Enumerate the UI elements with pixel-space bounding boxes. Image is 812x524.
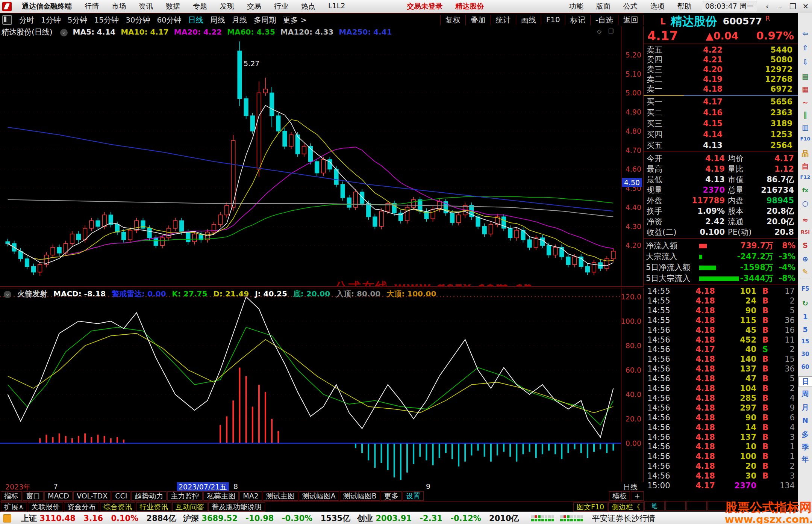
status-icon[interactable] xyxy=(3,514,11,522)
kline-chart[interactable] xyxy=(0,26,621,286)
panel-icon[interactable]: ❐ xyxy=(608,28,614,35)
sidebar-page-up-icon[interactable]: ⇧ xyxy=(798,44,812,52)
indicator-tab-11[interactable]: 测试幅图B xyxy=(340,491,380,501)
sidebar-period-year[interactable]: 年 xyxy=(798,455,812,464)
period-tab-4[interactable]: 30分钟 xyxy=(126,15,150,25)
period-tab-9[interactable]: 多周期 xyxy=(254,15,276,25)
period-tab-6[interactable]: 日线 xyxy=(188,15,203,25)
panel-divider[interactable] xyxy=(0,286,644,288)
menu-item-5[interactable]: 专题 xyxy=(193,2,207,11)
sidebar-page-down-icon[interactable]: ⇩ xyxy=(798,58,812,66)
sidebar-refresh-icon[interactable]: ↻ xyxy=(798,299,812,307)
indicator-tab-9[interactable]: 测试主图 xyxy=(263,491,298,501)
indicator-tab-4[interactable]: CCI xyxy=(112,491,130,501)
indicator-tab-13[interactable]: 设置 xyxy=(403,491,424,501)
nav-back-button[interactable]: ‹ xyxy=(761,2,774,11)
toolbar-action-1[interactable]: 叠加 xyxy=(465,15,491,25)
sidebar-order-report-icon[interactable]: ▤ xyxy=(798,72,812,80)
toolbar-action-7[interactable]: 返回 xyxy=(618,15,644,25)
period-tab-0[interactable]: 分时 xyxy=(19,15,34,25)
maximize-button[interactable]: ❐ xyxy=(786,2,799,11)
indicator-tab-5[interactable]: 趋势动力 xyxy=(131,491,167,501)
toolbar-action-4[interactable]: F10 xyxy=(541,15,565,25)
menu-alert-0[interactable]: 交易未登录 xyxy=(407,2,442,11)
sidebar-f12-icon[interactable]: F12 xyxy=(798,174,812,180)
indicator-tab-3[interactable]: VOL-TDX xyxy=(73,491,111,501)
info-tab-6[interactable]: 普及版功能说明 xyxy=(208,502,265,512)
menu-right-item-1[interactable]: 版面 xyxy=(596,2,611,11)
period-tab-10[interactable]: 更多 > xyxy=(283,15,307,25)
sidebar-draw-icon[interactable]: ✎ xyxy=(798,267,812,276)
sidebar-period-multi[interactable]: 多 xyxy=(798,430,812,439)
menu-alert-1[interactable]: 精达股份 xyxy=(455,2,484,11)
info-tab-5[interactable]: 互动问答 xyxy=(172,502,208,512)
menu-item-3[interactable]: 资讯 xyxy=(139,2,153,11)
main-chart[interactable]: 精达股份(日线)⌄MA5: 4.14MA10: 4.17MA20: 4.22MA… xyxy=(0,26,621,286)
toolbar-action-5[interactable]: 标记 xyxy=(565,15,590,25)
indicator-tab-2[interactable]: MACD xyxy=(44,491,73,501)
sidebar-f5-icon[interactable]: F5 xyxy=(798,285,812,292)
toolbar-action-0[interactable]: 复权 xyxy=(440,15,465,25)
sidebar-news-icon[interactable]: ▥ xyxy=(798,123,812,131)
toolbar-action-6[interactable]: -自选 xyxy=(590,15,618,25)
sidebar-period-month[interactable]: 月 xyxy=(798,403,812,412)
menu-right-item-2[interactable]: 公式 xyxy=(623,2,638,11)
info-tab-3[interactable]: 综合资讯 xyxy=(100,502,135,512)
menu-item-2[interactable]: 市场 xyxy=(112,2,126,11)
sidebar-trend-chart-icon[interactable]: ～ xyxy=(798,98,812,107)
menu-item-4[interactable]: 数据 xyxy=(166,2,180,11)
period-tab-7[interactable]: 周线 xyxy=(210,15,225,25)
index-0[interactable]: 上证 3110.48 3.16 0.10% 2884亿 xyxy=(21,513,176,524)
sidebar-period-30min[interactable]: 30 xyxy=(798,351,812,358)
sidebar-circle-icon[interactable]: ○ xyxy=(798,199,812,207)
sidebar-rsi-icon[interactable]: RSI xyxy=(798,229,812,235)
info-tab-1[interactable]: 关联报价 xyxy=(28,502,63,512)
app-logo-icon[interactable] xyxy=(2,2,12,11)
toolbar-action-2[interactable]: 统计 xyxy=(491,15,516,25)
indicator-tab-12[interactable]: 更多 xyxy=(381,491,402,501)
indicator-tab-7[interactable]: 私募主图 xyxy=(203,491,239,501)
menu-item-1[interactable]: 行情 xyxy=(85,2,99,11)
indicator-chart[interactable] xyxy=(0,289,621,482)
index-1[interactable]: 沪深 3689.52 -10.98 -0.30% 1535亿 xyxy=(183,513,350,524)
sidebar-period-1min[interactable]: 1 xyxy=(798,313,812,321)
menu-right-item-0[interactable]: 功能 xyxy=(569,2,583,11)
menu-item-6[interactable]: 发现 xyxy=(220,2,234,11)
info-right-0[interactable]: 图文F10 xyxy=(573,502,607,512)
sidebar-wave-icon[interactable]: ≈ xyxy=(798,216,812,224)
menu-item-10[interactable]: L1L2 xyxy=(328,2,345,11)
menu-right-item-4[interactable]: 帮助 xyxy=(677,2,692,11)
sidebar-back-icon[interactable]: ⇦ xyxy=(798,29,812,38)
info-right-1[interactable]: 侧边栏《 xyxy=(608,502,644,512)
indicator-panel[interactable]: ⌄火箭发射MACD: -8.18警戒雷达: 0.00K: 27.75D: 21.… xyxy=(0,289,621,482)
info-tab-0[interactable]: 扩展∧ xyxy=(1,502,27,512)
sidebar-kline-chart-icon[interactable]: ‖ xyxy=(798,110,812,119)
minimize-button[interactable]: – xyxy=(774,2,786,11)
sidebar-s-indicator-icon[interactable]: S xyxy=(798,241,812,249)
sidebar-period-day[interactable]: 日 xyxy=(798,376,812,387)
period-tab-2[interactable]: 5分钟 xyxy=(68,15,88,25)
sidebar-period-15min[interactable]: 15 xyxy=(798,338,812,345)
indicator-tab-0[interactable]: 指标 xyxy=(1,491,22,501)
info-tab-4[interactable]: 行业资讯 xyxy=(136,502,171,512)
period-tab-5[interactable]: 60分钟 xyxy=(157,15,181,25)
toolbar-action-3[interactable]: 画线 xyxy=(516,15,541,25)
detail-tab-1[interactable]: 价 xyxy=(665,501,686,510)
sidebar-formula-icon[interactable]: fx xyxy=(798,187,812,194)
menu-item-8[interactable]: 行业 xyxy=(274,2,288,11)
menu-item-9[interactable]: 热点 xyxy=(301,2,315,11)
period-tab-1[interactable]: 1分钟 xyxy=(41,15,61,25)
diamond-icon[interactable]: ◇ xyxy=(597,28,601,35)
period-tab-3[interactable]: 15分钟 xyxy=(94,15,118,25)
sidebar-period-60min[interactable]: 60 xyxy=(798,364,812,370)
info-tab-2[interactable]: 资金分布 xyxy=(64,502,99,512)
close-button[interactable]: ✕ xyxy=(799,2,812,11)
menu-right-item-3[interactable]: 选项 xyxy=(650,2,665,11)
indicator-tab-6[interactable]: 主力监控 xyxy=(167,491,203,501)
tab-right-0[interactable]: 模板 xyxy=(609,491,630,501)
tab-right-1[interactable]: + xyxy=(631,491,644,501)
indicator-tab-10[interactable]: 测试幅图A xyxy=(299,491,339,501)
sidebar-custom-stock-icon[interactable]: 自 xyxy=(798,162,812,171)
layout-split-icon[interactable] xyxy=(2,15,12,25)
detail-tab-0[interactable]: 笔 xyxy=(644,501,665,510)
